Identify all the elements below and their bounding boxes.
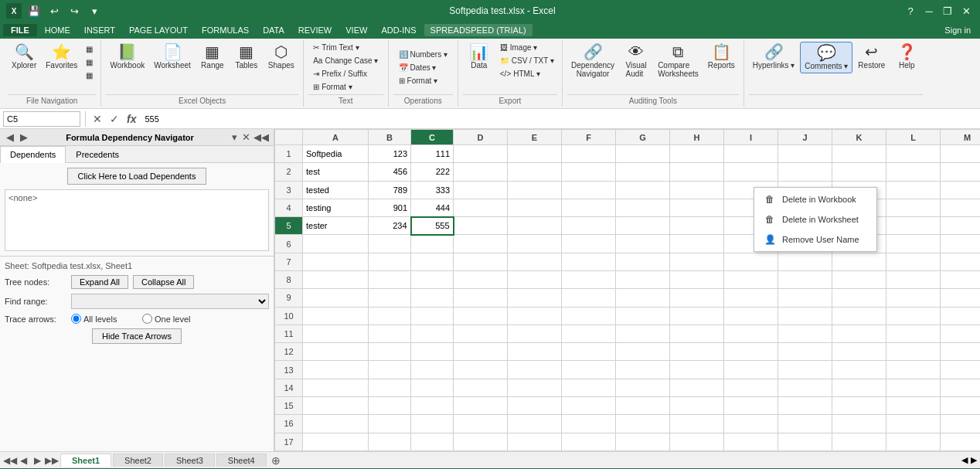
cell-r17c4[interactable] xyxy=(454,433,508,451)
dep-nav-button[interactable]: 🔗 DependencyNavigator xyxy=(567,42,618,80)
cell-r7c10[interactable] xyxy=(778,253,832,270)
cell-r5c7[interactable] xyxy=(616,217,670,235)
cell-r7c7[interactable] xyxy=(616,253,670,270)
cell-r3c6[interactable] xyxy=(562,181,616,199)
quick-access-more[interactable]: ▾ xyxy=(87,3,102,19)
cell-r2c9[interactable] xyxy=(724,163,778,181)
row-header-1[interactable]: 1 xyxy=(275,145,303,163)
cell-r7c5[interactable] xyxy=(508,253,562,270)
cell-r2c13[interactable] xyxy=(941,163,981,181)
cell-r5c8[interactable] xyxy=(670,217,724,235)
cell-r14c6[interactable] xyxy=(562,379,616,396)
cell-r1c13[interactable] xyxy=(941,145,981,163)
cell-r11c11[interactable] xyxy=(832,325,886,342)
xplorer-button[interactable]: 🔍 Xplorer xyxy=(8,42,40,72)
cell-r3c5[interactable] xyxy=(508,181,562,199)
home-menu[interactable]: HOME xyxy=(39,24,77,36)
cell-r11c4[interactable] xyxy=(454,325,508,342)
cell-r10c12[interactable] xyxy=(886,307,941,325)
cell-r8c4[interactable] xyxy=(454,270,508,288)
col-header-L[interactable]: L xyxy=(886,130,941,145)
cell-r16c12[interactable] xyxy=(886,415,941,433)
cell-r13c11[interactable] xyxy=(832,361,886,379)
cell-r4c12[interactable] xyxy=(886,199,941,216)
cell-r12c7[interactable] xyxy=(616,343,670,361)
cell-r6c7[interactable] xyxy=(616,235,670,253)
cell-r4c3[interactable]: 444 xyxy=(411,199,454,216)
dependents-tab[interactable]: Dependents xyxy=(0,146,66,163)
page-layout-menu[interactable]: PAGE LAYOUT xyxy=(123,24,194,36)
prefix-suffix-button[interactable]: ⇥ Prefix / Suffix xyxy=(310,68,370,80)
cell-r17c12[interactable] xyxy=(886,433,941,451)
cell-r1c8[interactable] xyxy=(670,145,724,163)
cell-r9c1[interactable] xyxy=(303,289,369,307)
cell-r12c1[interactable] xyxy=(303,343,369,361)
cell-r10c7[interactable] xyxy=(616,307,670,325)
cell-r9c5[interactable] xyxy=(508,289,562,307)
numbers-button[interactable]: 🔢 Numbers ▾ xyxy=(396,49,451,60)
quick-access-undo[interactable]: ↩ xyxy=(46,3,62,19)
cell-r11c2[interactable] xyxy=(369,325,411,342)
cell-r2c6[interactable] xyxy=(562,163,616,181)
insert-menu[interactable]: INSERT xyxy=(78,24,121,36)
col-header-J[interactable]: J xyxy=(778,130,832,145)
cell-r14c9[interactable] xyxy=(724,379,778,396)
cell-r8c2[interactable] xyxy=(369,270,411,288)
cell-r12c8[interactable] xyxy=(670,343,724,361)
cell-r7c2[interactable] xyxy=(369,253,411,270)
cell-r2c4[interactable] xyxy=(454,163,508,181)
cell-r17c8[interactable] xyxy=(670,433,724,451)
cell-r13c3[interactable] xyxy=(411,361,454,379)
cell-r1c7[interactable] xyxy=(616,145,670,163)
cell-r9c3[interactable] xyxy=(411,289,454,307)
row-header-9[interactable]: 9 xyxy=(275,289,303,307)
cell-r16c13[interactable] xyxy=(941,415,981,433)
cell-r17c13[interactable] xyxy=(941,433,981,451)
cell-r5c1[interactable]: tester xyxy=(303,217,369,235)
cell-r12c5[interactable] xyxy=(508,343,562,361)
shapes-button[interactable]: ⬡ Shapes xyxy=(264,42,298,72)
cell-r6c5[interactable] xyxy=(508,235,562,253)
close-button[interactable]: ✕ xyxy=(958,3,974,19)
cell-r9c13[interactable] xyxy=(941,289,981,307)
minimize-button[interactable]: ─ xyxy=(921,3,937,19)
cell-r16c5[interactable] xyxy=(508,415,562,433)
cell-r1c12[interactable] xyxy=(886,145,941,163)
cell-r16c3[interactable] xyxy=(411,415,454,433)
cell-r1c5[interactable] xyxy=(508,145,562,163)
cell-r4c1[interactable]: testing xyxy=(303,199,369,216)
cell-r15c12[interactable] xyxy=(886,396,941,414)
cell-r9c11[interactable] xyxy=(832,289,886,307)
cell-r7c8[interactable] xyxy=(670,253,724,270)
row-header-3[interactable]: 3 xyxy=(275,181,303,199)
cell-r15c1[interactable] xyxy=(303,396,369,414)
cell-r17c3[interactable] xyxy=(411,433,454,451)
cell-r16c4[interactable] xyxy=(454,415,508,433)
cell-r1c11[interactable] xyxy=(832,145,886,163)
data-menu[interactable]: DATA xyxy=(257,24,291,36)
cell-r15c7[interactable] xyxy=(616,396,670,414)
cell-r10c11[interactable] xyxy=(832,307,886,325)
cell-r14c12[interactable] xyxy=(886,379,941,396)
cell-r15c4[interactable] xyxy=(454,396,508,414)
cell-r8c7[interactable] xyxy=(616,270,670,288)
cell-r15c3[interactable] xyxy=(411,396,454,414)
cell-r13c7[interactable] xyxy=(616,361,670,379)
cell-r11c1[interactable] xyxy=(303,325,369,342)
format-ops-button[interactable]: ⊞ Format ▾ xyxy=(396,75,441,87)
cell-r1c6[interactable] xyxy=(562,145,616,163)
reports-button[interactable]: 📋 Reports xyxy=(704,42,739,72)
cell-r2c5[interactable] xyxy=(508,163,562,181)
cell-r8c11[interactable] xyxy=(832,270,886,288)
cell-r2c3[interactable]: 222 xyxy=(411,163,454,181)
cell-r16c2[interactable] xyxy=(369,415,411,433)
cell-r9c12[interactable] xyxy=(886,289,941,307)
panel-forward-btn[interactable]: ▶ xyxy=(19,131,29,143)
col-header-H[interactable]: H xyxy=(670,130,724,145)
cell-r4c8[interactable] xyxy=(670,199,724,216)
cell-r13c6[interactable] xyxy=(562,361,616,379)
cell-r4c5[interactable] xyxy=(508,199,562,216)
row-header-16[interactable]: 16 xyxy=(275,415,303,433)
cell-r3c2[interactable]: 789 xyxy=(369,181,411,199)
cell-r14c8[interactable] xyxy=(670,379,724,396)
